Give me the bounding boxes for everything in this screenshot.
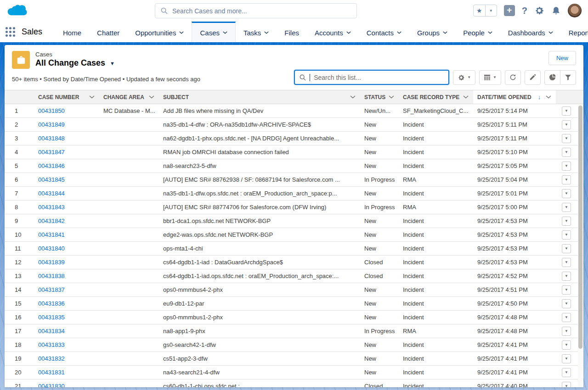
nav-tab-tasks[interactable]: Tasks [236,22,277,42]
row-actions-button[interactable]: ▼ [562,272,571,281]
row-actions-button[interactable]: ▼ [562,175,571,184]
row-actions-button[interactable]: ▼ [562,203,571,212]
chevron-down-icon [179,31,184,34]
column-header-change-area[interactable]: CHANGE AREA [99,90,159,104]
case-number-link[interactable]: 00431830 [38,383,65,387]
notifications-bell-icon[interactable] [551,6,561,16]
vertical-scrollbar-thumb[interactable] [578,106,582,349]
new-button[interactable]: New [548,51,576,65]
row-actions-button[interactable]: ▼ [562,106,571,116]
refresh-button[interactable] [505,70,521,85]
case-number-link[interactable]: 00431841 [38,231,65,238]
nav-tab-files[interactable]: Files [277,22,307,42]
edit-button[interactable] [525,70,541,85]
column-menu-chevron-icon[interactable] [89,95,95,99]
display-as-button[interactable]: ▼ [479,70,501,85]
row-actions-button[interactable]: ▼ [562,354,571,363]
favorites-star-icon[interactable]: ★ [474,5,485,16]
case-number-link[interactable]: 00431835 [38,314,65,321]
case-number-link[interactable]: 00431843 [38,204,65,211]
caret-down-icon: ▼ [565,191,568,195]
case-number-link[interactable]: 00431834 [38,328,65,334]
table-row: 400431847RMAN job OMRCHI database connec… [5,145,583,159]
nav-tab-reports[interactable]: Reports [561,22,588,42]
case-number-link[interactable]: 00431846 [38,162,65,169]
app-launcher-waffle-icon[interactable] [6,22,15,42]
column-menu-chevron-icon[interactable] [389,95,394,99]
nav-tab-people[interactable]: People [455,22,500,42]
case-number-link[interactable]: 00431845 [38,176,65,183]
row-actions-button[interactable]: ▼ [562,230,571,240]
date-opened-cell: 9/25/2017 4:52 PM [473,269,556,283]
nav-tab-opportunities[interactable]: Opportunities [127,22,192,42]
case-number-link[interactable]: 00431831 [38,369,65,376]
nav-tab-home[interactable]: Home [55,22,89,42]
row-actions-button[interactable]: ▼ [562,258,571,267]
global-search-input[interactable]: Search Cases and more... [155,3,357,18]
row-actions-button[interactable]: ▼ [562,340,571,350]
case-number-link[interactable]: 00431839 [38,259,65,266]
favorites-caret-icon[interactable]: ▾ [485,5,497,16]
case-number-link[interactable]: 00431848 [38,135,65,142]
case-number-link[interactable]: 00431844 [38,190,65,197]
row-actions-button[interactable]: ▼ [562,382,571,388]
text-cursor [310,74,310,81]
date-opened-cell: 9/25/2017 5:14 PM [473,104,556,117]
case-number-link[interactable]: 00431840 [38,245,65,252]
charts-button[interactable] [544,70,560,85]
row-number: 8 [5,201,34,214]
filter-button[interactable] [560,70,576,85]
nav-tab-chatter[interactable]: Chatter [89,22,127,42]
nav-tab-groups[interactable]: Groups [409,22,455,42]
case-number-link[interactable]: 00431847 [38,149,65,156]
list-search-input[interactable]: Search this list... [294,70,449,85]
column-menu-chevron-icon[interactable] [350,95,356,99]
row-actions-button[interactable]: ▼ [562,134,571,143]
list-view-selector[interactable]: All Change Cases ▼ [35,58,115,68]
date-opened-cell: 9/25/2017 4:53 PM [473,242,556,255]
row-actions-button[interactable]: ▼ [562,189,571,198]
case-number-link[interactable]: 00431850 [38,107,65,114]
app-name[interactable]: Sales [15,22,55,42]
case-number-link[interactable]: 00431838 [38,273,65,279]
status-cell: Closed [360,379,399,387]
case-number-link[interactable]: 00431837 [38,286,65,293]
table-row: 1200431839cs64-dgdb1-1-iad : DataGuardAr… [5,256,583,269]
column-menu-chevron-icon[interactable] [149,95,154,99]
vertical-scrollbar-track[interactable] [578,104,583,387]
row-actions-button[interactable]: ▼ [562,217,571,226]
setup-gear-icon[interactable] [534,6,544,16]
case-number-link[interactable]: 00431836 [38,300,65,307]
column-header-date-time-opened[interactable]: DATE/TIME OPENED↓ [473,90,556,104]
row-actions-button[interactable]: ▼ [562,244,571,253]
row-actions-button[interactable]: ▼ [562,299,571,308]
column-header-case-number[interactable]: CASE NUMBER [34,90,99,104]
column-menu-chevron-icon[interactable] [463,95,469,99]
row-actions-button[interactable]: ▼ [562,285,571,295]
case-number-link[interactable]: 00431833 [38,341,65,348]
row-actions-button[interactable]: ▼ [562,313,571,322]
avatar[interactable] [568,4,582,17]
nav-tab-label: Opportunities [135,29,176,37]
case-number-link[interactable]: 00431832 [38,355,65,362]
nav-tab-contacts[interactable]: Contacts [359,22,409,42]
column-header-subject[interactable]: SUBJECT [159,90,360,104]
row-actions-button[interactable]: ▼ [562,162,571,171]
nav-tab-cases[interactable]: Cases [192,22,236,42]
row-actions-button[interactable]: ▼ [562,368,571,377]
column-menu-chevron-icon[interactable] [546,95,551,99]
help-icon[interactable]: ? [522,6,527,16]
status-cell: In Progress [360,173,399,186]
row-actions-button[interactable]: ▼ [562,120,571,129]
nav-tab-dashboards[interactable]: Dashboards [500,22,561,42]
case-number-link[interactable]: 00431849 [38,121,65,128]
row-actions-button[interactable]: ▼ [562,148,571,157]
column-header-case-record-type[interactable]: CASE RECORD TYPE [399,90,473,104]
global-actions-plus-icon[interactable]: + [504,5,515,16]
case-number-link[interactable]: 00431842 [38,217,65,224]
row-actions-button[interactable]: ▼ [562,327,571,336]
nav-tab-accounts[interactable]: Accounts [307,22,359,42]
nav-tab-label: Dashboards [508,29,545,37]
list-settings-button[interactable]: ▼ [453,70,475,85]
column-header-status[interactable]: STATUS [360,90,399,104]
